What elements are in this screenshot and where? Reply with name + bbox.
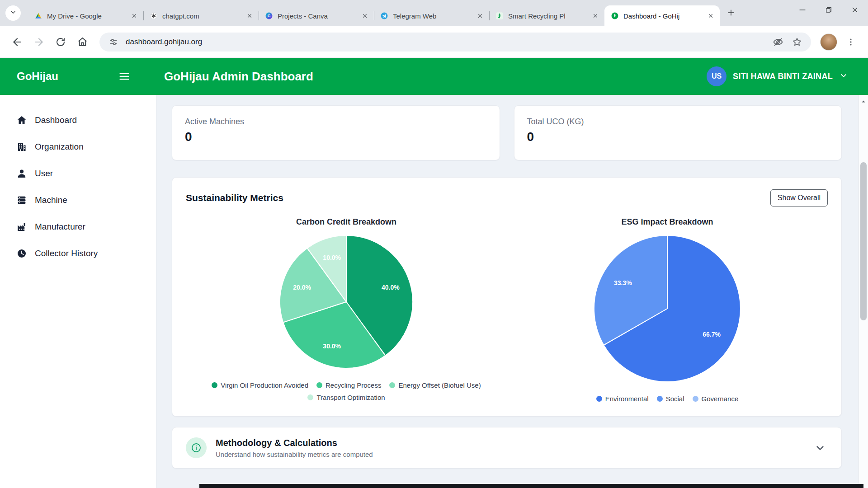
canva-favicon-icon: C xyxy=(265,12,273,20)
legend-item[interactable]: Governance xyxy=(693,395,739,403)
browser-tab[interactable]: My Drive - Google xyxy=(28,5,143,26)
legend-color-dot xyxy=(212,382,217,388)
carbon-credit-chart: Carbon Credit Breakdown 40.0%30.0%20.0%1… xyxy=(186,217,507,403)
sidebar: DashboardOrganizationUserMachineManufact… xyxy=(0,95,156,488)
user-avatar[interactable]: US xyxy=(707,66,726,86)
machine-icon xyxy=(16,195,27,206)
address-bar[interactable]: dashboard.gohijau.org xyxy=(99,33,811,52)
pie-svg: 66.7%33.3% xyxy=(593,234,742,383)
site-settings-icon[interactable] xyxy=(107,35,120,49)
sidebar-item-user[interactable]: User xyxy=(0,160,156,187)
legend-label: Transport Optimization xyxy=(316,394,385,401)
methodology-title: Methodology & Calculations xyxy=(216,438,373,448)
legend-item[interactable]: Virgin Oil Production Avoided xyxy=(212,381,308,389)
tab-strip-tabs: My Drive - Googlechatgpt.comCProjects - … xyxy=(28,0,720,26)
legend-color-dot xyxy=(316,382,322,388)
main-content: Active Machines 0 Total UCO (KG) 0 Susta… xyxy=(156,95,859,488)
legend-label: Energy Offset (Biofuel Use) xyxy=(398,381,481,389)
legend-label: Social xyxy=(666,395,684,403)
tab-close-icon[interactable] xyxy=(706,11,715,20)
taskbar-edge xyxy=(199,484,863,488)
sidebar-item-manufacturer[interactable]: Manufacturer xyxy=(0,213,156,240)
browser-toolbar: dashboard.gohijau.org xyxy=(0,26,868,58)
chart-title: Carbon Credit Breakdown xyxy=(296,217,396,227)
tab-title: Dashboard - GoHij xyxy=(623,12,702,20)
sidebar-item-label: Machine xyxy=(35,195,67,205)
forward-button[interactable] xyxy=(29,32,49,52)
sidebar-item-organization[interactable]: Organization xyxy=(0,133,156,160)
new-tab-button[interactable] xyxy=(723,5,739,21)
bookmark-star-icon[interactable] xyxy=(790,35,804,49)
sidebar-item-label: User xyxy=(35,169,53,178)
page-title: GoHijau Admin Dashboard xyxy=(164,70,313,84)
sidebar-item-collector-history[interactable]: Collector History xyxy=(0,240,156,267)
legend-item[interactable]: Energy Offset (Biofuel Use) xyxy=(389,381,481,389)
window-restore-button[interactable] xyxy=(816,0,842,20)
charts-row: Carbon Credit Breakdown 40.0%30.0%20.0%1… xyxy=(186,217,828,403)
sidebar-menu: DashboardOrganizationUserMachineManufact… xyxy=(0,107,156,267)
eye-off-icon[interactable] xyxy=(771,35,785,49)
user-name: SITI HAWA BINTI ZAINAL xyxy=(733,72,833,81)
chevron-down-icon[interactable] xyxy=(814,442,826,454)
chart-title: ESG Impact Breakdown xyxy=(621,217,713,227)
browser-tab[interactable]: CProjects - Canva xyxy=(259,5,374,26)
tab-close-icon[interactable] xyxy=(360,11,369,20)
tab-close-icon[interactable] xyxy=(476,11,485,20)
show-overall-button[interactable]: Show Overall xyxy=(770,189,828,206)
browser-tab[interactable]: Dashboard - GoHij xyxy=(604,5,720,26)
sidebar-item-machine[interactable]: Machine xyxy=(0,187,156,213)
metrics-header: Sustainability Metrics Show Overall xyxy=(186,189,828,206)
page-scrollbar[interactable] xyxy=(859,95,868,488)
browser-menu-button[interactable] xyxy=(841,32,861,52)
tab-title: Projects - Canva xyxy=(278,12,356,20)
reload-button[interactable] xyxy=(51,32,71,52)
window-controls xyxy=(789,0,868,20)
plus-icon xyxy=(726,8,736,19)
pie-slice-label: 66.7% xyxy=(703,331,721,338)
browser-tab[interactable]: chatgpt.com xyxy=(143,5,259,26)
scrollbar-thumb[interactable] xyxy=(860,162,867,320)
tab-search-button[interactable] xyxy=(5,5,21,21)
svg-text:C: C xyxy=(268,14,271,18)
url-text[interactable]: dashboard.gohijau.org xyxy=(126,38,202,47)
user-menu[interactable]: US SITI HAWA BINTI ZAINAL xyxy=(707,66,848,86)
menu-toggle-button[interactable] xyxy=(118,70,131,83)
browser-tab[interactable]: Telegram Web xyxy=(374,5,489,26)
legend-item[interactable]: Environmental xyxy=(596,395,649,403)
legend-item[interactable]: Social xyxy=(657,395,684,403)
back-button[interactable] xyxy=(7,32,27,52)
methodology-accordion[interactable]: Methodology & Calculations Understand ho… xyxy=(172,427,842,469)
tab-title: My Drive - Google xyxy=(47,12,125,20)
tab-close-icon[interactable] xyxy=(245,11,254,20)
tab-close-icon[interactable] xyxy=(591,11,600,20)
chart-legend: Virgin Oil Production AvoidedRecycling P… xyxy=(202,381,491,401)
stat-card-active-machines: Active Machines 0 xyxy=(172,105,500,160)
browser-window: My Drive - Googlechatgpt.comCProjects - … xyxy=(0,0,868,488)
brand-logo[interactable]: GoHijau xyxy=(17,70,58,83)
legend-color-dot xyxy=(389,382,395,388)
sidebar-item-label: Collector History xyxy=(35,249,98,258)
tab-close-icon[interactable] xyxy=(130,11,139,20)
legend-item[interactable]: Recycling Process xyxy=(316,381,381,389)
chevron-down-icon xyxy=(839,71,848,82)
window-minimize-button[interactable] xyxy=(789,0,816,20)
profile-avatar[interactable] xyxy=(820,33,837,51)
factory-icon xyxy=(16,221,27,232)
sidebar-item-label: Organization xyxy=(35,142,84,152)
pie-chart: 40.0%30.0%20.0%10.0% xyxy=(278,234,414,371)
home-button[interactable] xyxy=(72,32,92,52)
tab-title: Telegram Web xyxy=(393,12,471,20)
sustainability-metrics-card: Sustainability Metrics Show Overall Carb… xyxy=(172,177,842,417)
scroll-up-arrow-icon[interactable] xyxy=(861,98,866,106)
telegram-favicon-icon xyxy=(380,12,388,20)
sidebar-item-label: Dashboard xyxy=(35,115,77,125)
browser-tab[interactable]: Smart Recycling Pl xyxy=(489,5,604,26)
tab-title: chatgpt.com xyxy=(162,12,241,20)
legend-item[interactable]: Transport Optimization xyxy=(307,394,385,401)
sidebar-item-dashboard[interactable]: Dashboard xyxy=(0,107,156,133)
home-icon xyxy=(16,115,27,126)
drive-favicon-icon xyxy=(34,12,42,20)
pie-slice-label: 33.3% xyxy=(614,279,632,286)
chevron-down-icon xyxy=(10,9,16,17)
window-close-button[interactable] xyxy=(842,0,868,20)
